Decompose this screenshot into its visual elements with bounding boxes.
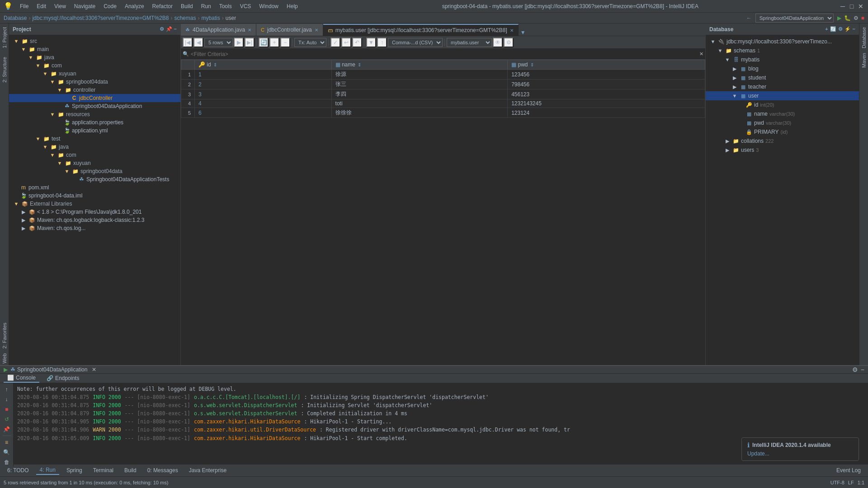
breadcrumb-mybatis[interactable]: mybatis <box>201 15 220 21</box>
th-id[interactable]: 🔑 id ⇕ <box>195 60 332 70</box>
nav-first-btn[interactable]: |◀ <box>183 38 193 47</box>
table-row[interactable]: 3 3 李四 456123 <box>181 89 705 99</box>
run-pin-btn[interactable]: 📌 <box>2 425 11 434</box>
project-hide-icon[interactable]: − <box>174 26 177 32</box>
maximize-button[interactable]: □ <box>848 3 855 10</box>
db-toolbar[interactable]: |◀ ◀ 5 rows ▶ ▶| 🔄 + − Tx: Auto ✓ ↩ ↶ ▼ … <box>181 36 705 49</box>
tab-4dataapplication[interactable]: ☘ 4DataApplication.java ✕ <box>181 24 256 36</box>
db-tree-users[interactable]: ▶ 📁 users 3 <box>706 145 859 155</box>
nav-next-btn[interactable]: ▶ <box>234 38 244 47</box>
tree-item-java[interactable]: ▼ 📁 java <box>9 53 180 61</box>
tree-item-app-properties[interactable]: 🍃 application.properties <box>9 118 180 127</box>
data-grid[interactable]: 🔑 id ⇕ ▦ name ⇕ ▦ pwd ⇕ <box>181 60 705 365</box>
run-stop-btn[interactable]: ■ <box>2 405 11 414</box>
student-expand-icon[interactable]: ▶ <box>731 74 738 81</box>
console-tabs[interactable]: ⬜ Console 🔗 Endpoints <box>0 374 868 383</box>
schema-select[interactable]: mybatis.user <box>447 38 492 47</box>
tree-item-test-java[interactable]: ▼ 📁 java <box>9 143 180 151</box>
tree-item-app-yml[interactable]: 🍃 application.yml <box>9 127 180 135</box>
sort-pwd-icon[interactable]: ⇕ <box>530 62 534 67</box>
stop-button[interactable]: ■ <box>861 15 864 21</box>
run-close-icon[interactable]: ✕ <box>92 366 96 373</box>
debug-button[interactable]: 🐛 <box>844 15 851 21</box>
menu-edit[interactable]: Edit <box>33 2 50 10</box>
tab-mybatis-user[interactable]: 🗃 mybatis.user [jdbc:mysql://localhost:3… <box>323 24 519 36</box>
users-expand-icon[interactable]: ▶ <box>724 146 731 154</box>
rows-select[interactable]: 5 rows <box>204 38 233 47</box>
tree-item-logback[interactable]: ▶ 📦 Maven: ch.qos.logback:logback-classi… <box>9 216 180 224</box>
run-restart-btn[interactable]: ↺ <box>2 415 11 424</box>
undo-btn[interactable]: ↶ <box>352 38 362 47</box>
run-clear-btn[interactable]: 🗑 <box>2 458 11 467</box>
tx-select[interactable]: Tx: Auto <box>294 38 326 47</box>
close-filter-icon[interactable]: ✕ <box>699 51 703 57</box>
tree-item-test[interactable]: ▼ 📁 test <box>9 135 180 143</box>
sort-name-icon[interactable]: ⇕ <box>358 62 361 67</box>
run-down-btn[interactable]: ↓ <box>2 395 11 404</box>
tab-bar[interactable]: ☘ 4DataApplication.java ✕ C jdbcControll… <box>181 23 705 36</box>
db-tree[interactable]: ▼ 🔌 jdbc:mysql://localhost:3306?serverTi… <box>706 35 859 365</box>
tab-java-enterprise[interactable]: Java Enterprise <box>185 466 230 474</box>
table-row[interactable]: 4 4 toti 1232143245 <box>181 99 705 108</box>
nav-last-btn[interactable]: ▶| <box>245 38 255 47</box>
run-minimize-icon[interactable]: − <box>861 366 864 373</box>
upload-btn[interactable]: ↑ <box>377 38 387 47</box>
th-name[interactable]: ▦ name ⇕ <box>331 60 508 70</box>
add-row-btn[interactable]: + <box>269 38 279 47</box>
nav-back-icon[interactable]: ← <box>746 15 752 21</box>
tree-item-src[interactable]: ▼ 📁 src <box>9 37 180 45</box>
tab-close-jdbccontroller[interactable]: ✕ <box>315 28 318 33</box>
run-sidebar[interactable]: ↑ ↓ ■ ↺ 📌 ≡ 🔍 🗑 <box>0 383 14 467</box>
db-tree-user[interactable]: ▼ ▦ user <box>706 91 859 100</box>
tree-item-pom[interactable]: m pom.xml <box>9 183 180 192</box>
tree-item-jdk[interactable]: ▶ 📦 < 1.8 > C:\Program Files\Java\jdk1.8… <box>9 208 180 216</box>
tree-item-controller[interactable]: ▼ 📁 controller <box>9 86 180 94</box>
structure-tab[interactable]: 2: Structure <box>1 55 8 84</box>
filter-bar[interactable]: 🔍 ✕ <box>181 49 705 60</box>
db-tree-teacher[interactable]: ▶ ▦ teacher <box>706 82 859 91</box>
tree-item-tests[interactable]: ☘ Springboot04DataApplicationTests <box>9 175 180 183</box>
db-filter-icon[interactable]: ⚡ <box>844 26 851 32</box>
db-tree-schemas[interactable]: ▼ 📁 schemas 1 <box>706 46 859 55</box>
user-expand-icon[interactable]: ▼ <box>731 92 738 99</box>
tab-messages[interactable]: 0: Messages <box>144 466 182 474</box>
db-hide-icon[interactable]: − <box>853 26 855 32</box>
sort-id-icon[interactable]: ⇕ <box>213 62 217 67</box>
teacher-expand-icon[interactable]: ▶ <box>731 83 738 90</box>
table-row[interactable]: 5 6 徐徐徐 123124 <box>181 108 705 118</box>
window-controls[interactable]: ─ □ ✕ <box>839 3 864 10</box>
db-add-icon[interactable]: + <box>825 26 828 32</box>
tab-more[interactable]: ▼ <box>519 29 528 36</box>
tree-item-xuyuan[interactable]: ▼ 📁 xuyuan <box>9 70 180 78</box>
table-row[interactable]: 1 1 徐源 123456 <box>181 70 705 80</box>
run-settings-icon[interactable]: ⚙ <box>852 366 858 373</box>
tab-close-mybatis-user[interactable]: ✕ <box>510 28 514 33</box>
tab-endpoints[interactable]: 🔗 Endpoints <box>43 374 83 382</box>
run-scroll-btn[interactable]: ≡ <box>2 438 11 447</box>
th-pwd[interactable]: ▦ pwd ⇕ <box>508 60 705 70</box>
close-button[interactable]: ✕ <box>857 3 864 10</box>
view-btn[interactable]: 👁 <box>493 38 503 47</box>
run-button[interactable]: ▶ <box>837 15 841 21</box>
filter-input[interactable] <box>191 51 699 57</box>
mybatis-expand-icon[interactable]: ▼ <box>724 56 731 63</box>
project-pin-icon[interactable]: 📌 <box>166 26 172 32</box>
menu-refactor[interactable]: Refactor <box>149 2 176 10</box>
database-panel-actions[interactable]: + 🔄 ⚙ ⚡ − <box>825 26 855 32</box>
db-tree-collations[interactable]: ▶ 📁 collations 222 <box>706 136 859 145</box>
db-tree-blog[interactable]: ▶ ▦ blog <box>706 64 859 73</box>
tab-build[interactable]: Build <box>121 466 140 474</box>
menu-tools[interactable]: Tools <box>216 2 236 10</box>
tree-item-main[interactable]: ▼ 📁 main <box>9 45 180 53</box>
blog-expand-icon[interactable]: ▶ <box>731 65 738 72</box>
toolbar-more[interactable]: ⚙ <box>854 15 859 21</box>
favorites-tab[interactable]: 2: Favorites <box>1 321 8 350</box>
db-tree-col-name[interactable]: ▦ name varchar(30) <box>706 109 859 118</box>
tree-item-resources[interactable]: ▼ 📁 resources <box>9 110 180 118</box>
menu-build[interactable]: Build <box>177 2 197 10</box>
breadcrumb-database[interactable]: Database <box>4 15 27 21</box>
tab-jdbccontroller[interactable]: C jdbcController.java ✕ <box>256 24 323 36</box>
project-settings-icon[interactable]: ⚙ <box>160 26 164 32</box>
database-sidebar-tab[interactable]: Database <box>860 25 868 50</box>
tree-item-test-springboot04data[interactable]: ▼ 📁 springboot04data <box>9 167 180 175</box>
